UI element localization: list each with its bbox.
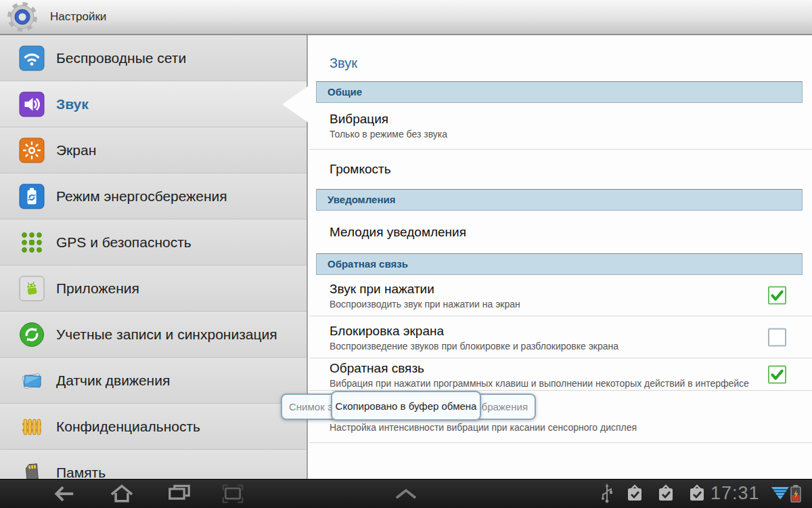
gps-security-icon [19, 230, 45, 255]
back-icon[interactable] [49, 483, 78, 505]
sidebar-item-label: Режим энергосбережения [56, 188, 227, 205]
privacy-icon [19, 414, 45, 440]
toast-text: Скопировано в буфер обмена [336, 400, 477, 412]
sidebar-item-label: Приложения [56, 280, 139, 297]
sidebar-item-sound[interactable]: Звук [0, 81, 307, 127]
item-title: Обратная связь [330, 360, 758, 377]
item-title: Мелодия уведомления [330, 224, 466, 240]
quick-panel-chevron-icon[interactable] [391, 486, 421, 501]
display-icon [19, 137, 45, 163]
item-title: Громкость [330, 161, 391, 177]
item-notification-melody[interactable]: Мелодия уведомления [309, 211, 812, 253]
sound-icon [19, 91, 45, 117]
recent-apps-icon[interactable] [164, 483, 194, 505]
screenshot-icon[interactable] [218, 483, 248, 505]
sidebar-item-label: Беспроводные сети [56, 50, 186, 66]
action-bar: Настройки [0, 0, 812, 35]
download-done-icon [626, 484, 644, 502]
toast-text-fragment: Снимок эк [289, 401, 337, 412]
item-subtitle: Воспроизводить звук при нажатии на экран [330, 297, 758, 311]
section-header-general: Общие [316, 81, 803, 103]
page-title: Звук [309, 35, 812, 81]
item-title: Вибрация [330, 111, 758, 127]
sidebar-item-gps-security[interactable]: GPS и безопасность [0, 219, 307, 266]
sidebar-item-label: Учетные записи и синхронизация [56, 326, 277, 343]
section-header-notifications: Уведомления [316, 189, 803, 211]
item-subtitle: Вибрация при нажатии программных клавиш … [330, 377, 758, 390]
settings-gear-icon [7, 1, 38, 33]
item-screen-lock-sound[interactable]: Блокировка экрана Воспроизведение звуков… [309, 316, 812, 358]
motion-sensor-icon [19, 368, 45, 394]
item-sound-on-touch[interactable]: Звук при нажатии Воспроизводить звук при… [309, 275, 812, 316]
toast-copied-to-clipboard: Скопировано в буфер обмена [331, 391, 481, 421]
sidebar-item-memory[interactable]: Память [0, 450, 307, 480]
item-title: Звук при нажатии [330, 281, 758, 297]
wifi-icon [19, 45, 45, 71]
sidebar-item-label: Память [56, 465, 106, 480]
item-subtitle: Настройка интенсивности вибрации при кас… [330, 421, 758, 434]
check-icon [769, 366, 786, 383]
app-title: Настройки [50, 10, 106, 24]
memory-icon [19, 460, 45, 480]
selected-item-notch [282, 85, 309, 123]
sidebar-item-label: GPS и безопасность [56, 234, 191, 251]
sidebar-item-power-saving[interactable]: Режим энергосбережения [0, 173, 307, 219]
toast-text-fragment: ображения [476, 401, 528, 412]
item-haptic-feedback[interactable]: Обратная связь Вибрация при нажатии прог… [309, 358, 812, 391]
power-saving-icon [19, 184, 45, 209]
home-icon[interactable] [107, 483, 137, 505]
clock[interactable]: 17:31 [710, 483, 760, 504]
sidebar-item-label: Датчик движения [56, 373, 170, 389]
battery-charging-icon [790, 485, 801, 503]
check-icon [769, 287, 786, 304]
sidebar-item-accounts-sync[interactable]: Учетные записи и синхронизация [0, 312, 307, 358]
item-volume[interactable]: Громкость [309, 150, 812, 189]
sidebar-item-motion-sensor[interactable]: Датчик движения [0, 358, 307, 404]
checkbox-haptic-feedback[interactable] [768, 365, 786, 383]
item-vibration[interactable]: Вибрация Только в режиме без звука [309, 103, 812, 150]
sidebar-item-label: Конфиденциальность [56, 419, 200, 435]
accounts-sync-icon [19, 322, 45, 347]
download-done-icon [688, 484, 706, 502]
sidebar-item-wireless[interactable]: Беспроводные сети [0, 35, 307, 81]
item-subtitle: Воспроизведение звуков при блокировке и … [330, 339, 758, 353]
sidebar-item-label: Звук [56, 96, 89, 112]
applications-icon [19, 276, 45, 301]
settings-sidebar: Беспроводные сети Звук Экран [0, 35, 308, 480]
checkbox-sound-on-touch[interactable] [768, 287, 786, 305]
section-header-feedback: Обратная связь [316, 253, 803, 275]
item-title: Блокировка экрана [330, 323, 758, 339]
download-done-icon [657, 484, 675, 502]
system-bar: 17:31 [0, 479, 812, 508]
checkbox-screen-lock-sound[interactable] [768, 328, 786, 346]
item-subtitle: Только в режиме без звука [330, 127, 758, 141]
usb-icon [601, 484, 613, 504]
sidebar-item-display[interactable]: Экран [0, 127, 307, 173]
settings-screen: Настройки Беспроводные сети Звук [0, 0, 812, 508]
sidebar-item-applications[interactable]: Приложения [0, 266, 307, 312]
sidebar-item-label: Экран [56, 142, 96, 158]
sidebar-item-privacy[interactable]: Конфиденциальность [0, 404, 307, 450]
